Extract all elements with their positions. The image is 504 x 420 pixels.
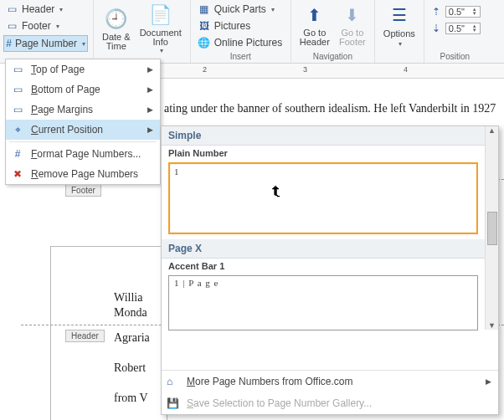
online-pictures-label: Online Pictures (214, 37, 282, 49)
footer-dropdown[interactable]: ▭ Footer ▾ (3, 18, 88, 33)
position-top-row: ⇡ 0.5" ▲▼ (429, 5, 481, 18)
goto-footer-label: Go to Footer (339, 28, 366, 47)
scroll-down-icon[interactable]: ▼ (488, 321, 496, 330)
gallery-category-pagex: Page X (162, 239, 485, 259)
current-position-icon: ⌖ (11, 124, 24, 136)
group-position: ⇡ 0.5" ▲▼ ⇣ 0.5" ▲▼ Position (424, 0, 486, 63)
options-button[interactable]: ☰ Options ▾ (380, 2, 419, 49)
header-tag: Header (65, 330, 105, 342)
page-number-dropdown[interactable]: # Page Number ▾ (3, 35, 88, 52)
remove-icon: ✖ (11, 168, 24, 180)
group-datetime-docinfo: 🕘 Date & Time 📄 Document Info ▾ (94, 0, 191, 63)
header-icon: ▭ (5, 3, 18, 16)
menu-label: Save Selection to Page Number Gallery... (187, 397, 372, 409)
gallery-category-simple: Simple (162, 126, 485, 146)
goto-header-icon: ⬆ (301, 3, 328, 27)
more-page-numbers[interactable]: ⌂ More Page Numbers from Office.com ▶ (162, 371, 498, 392)
date-time-button[interactable]: 🕘 Date & Time (99, 6, 134, 53)
gallery-scrollbar[interactable]: ▲ ▼ (485, 126, 498, 330)
quick-parts-button[interactable]: ▦ Quick Parts ▾ (196, 2, 285, 17)
group-label (380, 52, 419, 63)
scroll-up-icon[interactable]: ▲ (488, 126, 496, 135)
footer-icon: ▭ (5, 19, 18, 33)
quick-parts-icon: ▦ (198, 3, 211, 16)
footer-from-bottom-value: 0.5" (449, 23, 465, 33)
menu-label: Page Margins (31, 104, 93, 115)
pictures-button[interactable]: 🖼 Pictures (196, 18, 285, 33)
menu-label: Remove Page Numbers (31, 168, 138, 180)
position-bottom-row: ⇣ 0.5" ▲▼ (429, 22, 481, 35)
menu-bottom-of-page[interactable]: ▭ Bottom of Page ▶ (6, 79, 160, 100)
doc-text: ating under the banner of southern ideal… (164, 102, 496, 115)
chevron-down-icon: ▾ (160, 47, 163, 54)
goto-header-label: Go to Header (300, 28, 330, 47)
online-pictures-button[interactable]: 🌐 Online Pictures (196, 35, 285, 50)
document-info-icon: 📄 (147, 3, 174, 27)
menu-separator (9, 141, 157, 142)
gallery-item-label: Plain Number (162, 146, 485, 161)
submenu-arrow-icon: ▶ (147, 65, 153, 74)
submenu-arrow-icon: ▶ (486, 377, 491, 386)
chevron-down-icon: ▾ (59, 6, 63, 13)
menu-format-page-numbers[interactable]: # Format Page Numbers... (6, 144, 160, 164)
menu-label: Top of Page (31, 64, 85, 75)
pictures-icon: 🖼 (198, 19, 211, 33)
group-label-navigation: Navigation (296, 52, 369, 63)
footer-from-bottom-input[interactable]: 0.5" ▲▼ (445, 23, 481, 34)
menu-label: More Page Numbers from Office.com (187, 376, 353, 387)
group-label-insert: Insert (196, 52, 285, 63)
margin-top-icon: ⇡ (429, 5, 443, 18)
group-options: ☰ Options ▾ (375, 0, 424, 63)
ruler-mark: 3 (303, 65, 307, 74)
footer-label: Footer (22, 20, 51, 32)
page-number-menu: ▭ Top of Page ▶ ▭ Bottom of Page ▶ ▭ Pag… (5, 59, 161, 185)
chevron-down-icon: ▾ (399, 40, 402, 48)
menu-remove-page-numbers[interactable]: ✖ Remove Page Numbers (6, 164, 160, 184)
gallery-body: Simple Plain Number 1 Page X Accent Bar … (162, 126, 498, 370)
group-header-footer: ▭ Header ▾ ▭ Footer ▾ # Page Number ▾ (0, 0, 94, 63)
horizontal-ruler[interactable]: 2 3 4 (152, 64, 504, 79)
calendar-clock-icon: 🕘 (103, 8, 130, 31)
page-top-icon: ▭ (11, 64, 24, 75)
doc-text: from V (114, 392, 148, 405)
save-selection-to-gallery: 💾 Save Selection to Page Number Gallery.… (162, 392, 498, 414)
menu-current-position[interactable]: ⌖ Current Position ▶ (6, 120, 160, 140)
submenu-arrow-icon: ▶ (147, 105, 153, 114)
submenu-arrow-icon: ▶ (147, 125, 153, 134)
online-pictures-icon: 🌐 (198, 36, 211, 49)
doc-text: Agraria (114, 331, 150, 345)
options-label: Options (383, 28, 415, 38)
gallery-footer: ⌂ More Page Numbers from Office.com ▶ 💾 … (162, 370, 498, 414)
menu-page-margins[interactable]: ▭ Page Margins ▶ (6, 100, 160, 120)
spinner-icon[interactable]: ▲▼ (472, 24, 477, 33)
gallery-item-plain-number[interactable]: 1 (168, 162, 478, 234)
page-margins-icon: ▭ (11, 104, 24, 115)
preview-text: 1 (174, 166, 179, 177)
page-bottom-icon: ▭ (11, 84, 24, 95)
page-number-gallery: Simple Plain Number 1 Page X Accent Bar … (161, 125, 499, 415)
options-icon: ☰ (386, 3, 413, 27)
submenu-arrow-icon: ▶ (147, 85, 153, 94)
menu-label: Bottom of Page (31, 84, 100, 95)
quick-parts-label: Quick Parts (214, 3, 266, 15)
header-label: Header (22, 3, 54, 15)
header-from-top-input[interactable]: 0.5" ▲▼ (445, 6, 481, 18)
group-navigation: ⬆ Go to Header ⬇ Go to Footer Navigation (291, 0, 375, 63)
spinner-icon[interactable]: ▲▼ (472, 8, 477, 16)
gallery-item-accent-bar-1[interactable]: 1 | P a g e (168, 275, 478, 330)
menu-label: Format Page Numbers... (31, 148, 141, 160)
page-number-label: Page Number (15, 38, 77, 49)
document-info-label: Document Info (140, 28, 182, 47)
header-dropdown[interactable]: ▭ Header ▾ (3, 2, 88, 17)
doc-text: Robert (114, 361, 146, 375)
doc-text: Monda (114, 306, 147, 320)
goto-header-button[interactable]: ⬆ Go to Header (296, 2, 333, 49)
chevron-down-icon: ▾ (56, 23, 59, 30)
margin-bottom-icon: ⇣ (429, 22, 443, 35)
format-icon: # (11, 148, 24, 160)
menu-top-of-page[interactable]: ▭ Top of Page ▶ (6, 59, 160, 79)
footer-tag: Footer (65, 184, 101, 197)
preview-text: 1 | P a g e (174, 278, 219, 288)
document-info-button[interactable]: 📄 Document Info ▾ (136, 2, 185, 56)
scroll-thumb[interactable] (487, 212, 497, 245)
